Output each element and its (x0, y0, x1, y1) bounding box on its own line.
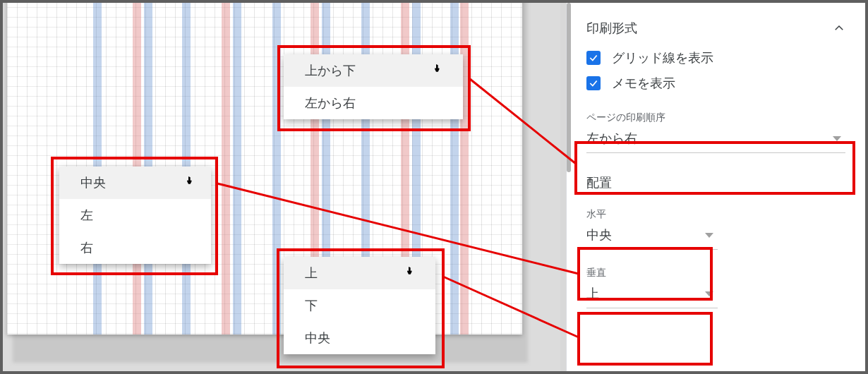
checkbox-label: メモを表示 (612, 75, 675, 92)
scrollbar-thumb[interactable] (567, 3, 571, 172)
checkbox-label: グリッド線を表示 (612, 49, 713, 66)
page-order-label: ページの印刷順序 (586, 111, 845, 124)
horizontal-align-option[interactable]: 左 (59, 199, 211, 231)
checked-icon (586, 76, 601, 90)
page-order-option[interactable]: 左から右 (284, 87, 463, 119)
horizontal-align-option[interactable]: 右 (59, 231, 211, 264)
option-label: 右 (80, 239, 93, 256)
horizontal-label: 水平 (586, 208, 845, 221)
option-label: 上から下 (305, 62, 356, 79)
option-label: 下 (305, 297, 318, 314)
section-title: 印刷形式 (586, 20, 637, 37)
vertical-align-options-popup: 上 下 中央 (284, 257, 435, 354)
vertical-align-select[interactable]: 上 (586, 279, 718, 308)
vertical-align-option[interactable]: 中央 (284, 322, 435, 354)
chevron-up-icon (833, 22, 845, 35)
page-order-value: 左から右 (586, 130, 637, 147)
option-label: 上 (305, 265, 318, 282)
horizontal-align-option[interactable]: 中央 (59, 167, 211, 199)
page-order-select[interactable]: 左から右 (586, 124, 845, 153)
pointer-cursor-icon (432, 63, 443, 77)
dropdown-triangle-icon (705, 291, 713, 296)
dropdown-triangle-icon (833, 136, 841, 141)
vertical-align-option[interactable]: 上 (284, 257, 435, 289)
section-print-format-header[interactable]: 印刷形式 (586, 20, 845, 37)
page-order-option[interactable]: 上から下 (284, 54, 463, 87)
option-label: 左から右 (305, 95, 356, 111)
alignment-heading: 配置 (586, 174, 845, 191)
page-order-options-popup: 上から下 左から右 (284, 54, 463, 119)
option-label: 中央 (305, 330, 330, 346)
option-label: 左 (80, 207, 93, 224)
checkbox-show-notes[interactable]: メモを表示 (586, 75, 845, 92)
pointer-cursor-icon (184, 175, 195, 189)
checked-icon (586, 51, 601, 65)
checkbox-show-gridlines[interactable]: グリッド線を表示 (586, 49, 845, 66)
horizontal-align-value: 中央 (586, 227, 612, 243)
horizontal-align-select[interactable]: 中央 (586, 221, 718, 250)
vertical-align-option[interactable]: 下 (284, 289, 435, 322)
horizontal-align-options-popup: 中央 左 右 (59, 167, 211, 264)
vertical-label: 垂直 (586, 267, 845, 279)
dropdown-triangle-icon (705, 233, 713, 238)
option-label: 中央 (80, 174, 106, 191)
print-settings-panel: 印刷形式 グリッド線を表示 メモを表示 ページの印刷順序 左から右 配置 水平 … (566, 3, 865, 371)
vertical-align-value: 上 (586, 285, 599, 302)
pointer-cursor-icon (404, 265, 416, 279)
